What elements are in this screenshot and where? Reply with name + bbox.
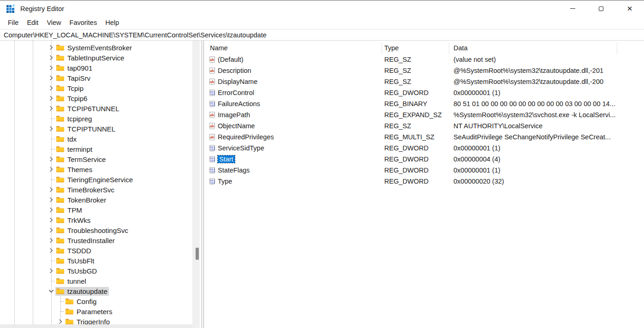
value-row-StateFlags[interactable]: 011110StateFlagsREG_DWORD0x00000001 (1)	[205, 165, 644, 176]
value-name[interactable]: Start	[218, 155, 235, 163]
tree-item-body[interactable]: TermService	[55, 155, 107, 164]
tree-item-body[interactable]: TimeBrokerSvc	[55, 185, 116, 194]
value-name[interactable]: ErrorControl	[218, 89, 254, 96]
chevron-right-icon[interactable]	[48, 166, 55, 173]
chevron-right-icon[interactable]	[48, 44, 55, 51]
menu-help[interactable]: Help	[101, 18, 123, 28]
tree-item-body[interactable]: tap0901	[55, 64, 94, 72]
chevron-right-icon[interactable]	[48, 186, 55, 193]
tree-item-body[interactable]: tdx	[55, 135, 78, 143]
tree-item-TermService[interactable]: TermService	[0, 154, 192, 164]
minimize-button[interactable]	[558, 1, 587, 16]
tree-item-TroubleshootingSvc[interactable]: TroubleshootingSvc	[0, 225, 192, 235]
value-name[interactable]: RequiredPrivileges	[218, 133, 274, 141]
column-separator[interactable]	[449, 42, 449, 54]
selected-value-highlight[interactable]: Start	[218, 155, 235, 163]
maximize-button[interactable]	[587, 1, 615, 16]
tree-item-body[interactable]: TokenBroker	[55, 196, 107, 204]
tree-item-tunnel[interactable]: tunnel	[0, 276, 192, 286]
close-button[interactable]: ✕	[615, 1, 644, 16]
tree-item-body[interactable]: Tcpip	[55, 84, 85, 93]
menu-view[interactable]: View	[42, 18, 65, 28]
value-row-FailureActions[interactable]: 011110FailureActionsREG_BINARY80 51 01 0…	[205, 99, 644, 110]
tree-item-body[interactable]: TieringEngineService	[55, 175, 134, 184]
tree-item-TabletInputService[interactable]: TabletInputService	[0, 53, 192, 63]
tree-item-body[interactable]: TabletInputService	[55, 54, 125, 62]
chevron-right-icon[interactable]	[48, 267, 55, 274]
tree-item-body[interactable]: terminpt	[55, 145, 94, 154]
tree-item-body[interactable]: TsUsbGD	[55, 267, 98, 275]
tree-item-tap0901[interactable]: tap0901	[0, 63, 192, 73]
tree-item-body[interactable]: TsUsbFlt	[55, 256, 95, 265]
value-name[interactable]: Type	[218, 178, 232, 185]
tree-item-TokenBroker[interactable]: TokenBroker	[0, 195, 192, 205]
chevron-right-icon[interactable]	[48, 54, 55, 61]
tree-item-body[interactable]: Tcpip6	[55, 94, 89, 103]
value-name[interactable]: StateFlags	[218, 167, 250, 174]
tree-item-body[interactable]: TSDDD	[55, 246, 93, 255]
tree-item-TsUsbGD[interactable]: TsUsbGD	[0, 266, 192, 276]
tree-item-body[interactable]: Themes	[55, 165, 94, 174]
menu-file[interactable]: File	[4, 18, 23, 28]
tree-item-body[interactable]: TrustedInstaller	[55, 236, 116, 245]
tree-item-TSDDD[interactable]: TSDDD	[0, 245, 192, 256]
tree-item-tcpipreg[interactable]: tcpipreg	[0, 113, 192, 124]
chevron-right-icon[interactable]	[48, 74, 55, 82]
chevron-right-icon[interactable]	[48, 155, 55, 163]
value-name[interactable]: DisplayName	[218, 78, 257, 85]
tree-item-body[interactable]: TapiSrv	[55, 74, 92, 83]
value-name[interactable]: (Default)	[218, 56, 244, 63]
tree-item-TsUsbFlt[interactable]: TsUsbFlt	[0, 256, 192, 266]
tree-item-TimeBrokerSvc[interactable]: TimeBrokerSvc	[0, 185, 192, 195]
tree-horizontal-scrollbar[interactable]	[0, 324, 192, 328]
tree-scrollbar-thumb[interactable]	[196, 248, 199, 260]
tree-item-terminpt[interactable]: terminpt	[0, 144, 192, 154]
menu-favorites[interactable]: Favorites	[66, 18, 101, 28]
value-name[interactable]: ObjectName	[218, 122, 255, 130]
tree-item-Tcpip6[interactable]: Tcpip6	[0, 93, 192, 103]
chevron-right-icon[interactable]	[48, 196, 55, 203]
value-row-DisplayName[interactable]: abDisplayNameREG_SZ@%SystemRoot%\system3…	[205, 77, 644, 88]
tree-vertical-scrollbar[interactable]	[192, 41, 200, 328]
value-row-ImagePath[interactable]: abImagePathREG_EXPAND_SZ%SystemRoot%\sys…	[205, 110, 644, 121]
value-row-Description[interactable]: abDescriptionREG_SZ@%SystemRoot%\system3…	[205, 66, 644, 77]
tree-item-TriggerInfo[interactable]: TriggerInfo	[0, 316, 192, 324]
column-separator[interactable]	[382, 42, 382, 54]
tree-item-body[interactable]: tzautoupdate	[55, 287, 109, 296]
tree-item-TrkWks[interactable]: TrkWks	[0, 215, 192, 225]
value-row-Default[interactable]: ab(Default)REG_SZ(value not set)	[205, 54, 644, 66]
chevron-right-icon[interactable]	[48, 227, 55, 234]
chevron-right-icon[interactable]	[48, 216, 55, 224]
chevron-right-icon[interactable]	[48, 95, 55, 102]
tree-item-Parameters[interactable]: Parameters	[0, 306, 192, 316]
column-header-data[interactable]: Data	[453, 44, 468, 52]
tree-item-body[interactable]: tunnel	[55, 277, 88, 286]
tree-item-body[interactable]: TCPIP6TUNNEL	[55, 104, 121, 113]
tree-item-body[interactable]: Config	[65, 297, 98, 306]
tree-item-body[interactable]: Parameters	[65, 307, 114, 316]
value-name[interactable]: ImagePath	[218, 111, 250, 119]
value-row-ServiceSidType[interactable]: 011110ServiceSidTypeREG_DWORD0x00000001 …	[205, 143, 644, 154]
tree-item-body[interactable]: tcpipreg	[55, 114, 93, 123]
tree-item-body[interactable]: TrkWks	[55, 216, 92, 225]
chevron-right-icon[interactable]	[57, 318, 64, 324]
address-bar-input[interactable]: Computer\HKEY_LOCAL_MACHINE\SYSTEM\Curre…	[4, 31, 267, 39]
tree-item-body[interactable]: TroubleshootingSvc	[55, 226, 130, 235]
value-row-Type[interactable]: 011110TypeREG_DWORD0x00000020 (32)	[205, 176, 644, 187]
value-row-ObjectName[interactable]: abObjectNameREG_SZNT AUTHORITY\LocalServ…	[205, 121, 644, 132]
chevron-down-icon[interactable]	[48, 287, 55, 295]
chevron-right-icon[interactable]	[48, 125, 55, 132]
tree-item-TCPIPTUNNEL[interactable]: TCPIPTUNNEL	[0, 124, 192, 134]
chevron-right-icon[interactable]	[48, 105, 55, 112]
column-header-type[interactable]: Type	[384, 44, 399, 52]
tree-item-body[interactable]: SystemEventsBroker	[55, 43, 133, 52]
column-separator[interactable]	[617, 42, 617, 54]
tree-item-body[interactable]: TCPIPTUNNEL	[55, 125, 117, 133]
tree-item-tdx[interactable]: tdx	[0, 134, 192, 144]
value-name[interactable]: Description	[218, 67, 251, 74]
tree-item-body[interactable]: TriggerInfo	[65, 317, 111, 325]
chevron-right-icon[interactable]	[48, 237, 55, 244]
tree-item-Themes[interactable]: Themes	[0, 164, 192, 174]
tree-item-TPM[interactable]: TPM	[0, 205, 192, 215]
value-row-Start[interactable]: 011110StartREG_DWORD0x00000004 (4)	[205, 154, 644, 165]
